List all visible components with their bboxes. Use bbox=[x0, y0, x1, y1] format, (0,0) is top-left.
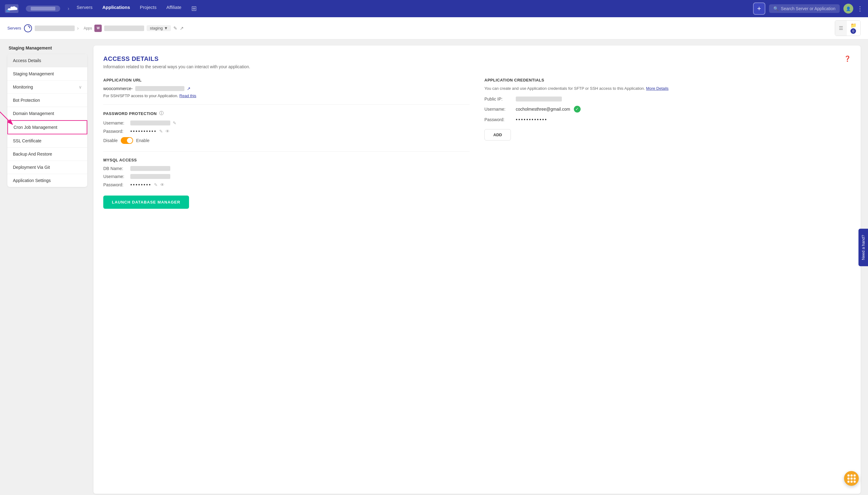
mysql-password-edit-icon[interactable]: ✎ bbox=[154, 182, 158, 187]
more-details-link[interactable]: More Details bbox=[646, 86, 669, 91]
url-bar bbox=[135, 86, 185, 91]
mysql-password-show-icon[interactable]: 👁 bbox=[160, 182, 164, 187]
page-title: ACCESS DETAILS bbox=[103, 55, 250, 63]
mysql-username-label: Username: bbox=[103, 174, 128, 179]
add-button[interactable]: + bbox=[753, 2, 765, 15]
nav-links: Servers Applications Projects Affiliate … bbox=[76, 5, 745, 13]
pw-username-label: Username: bbox=[103, 121, 128, 125]
folder-view-button[interactable]: 📁 0 bbox=[847, 21, 860, 36]
mysql-password-dots: •••••••• bbox=[130, 182, 152, 188]
sidebar-label-deployment-git: Deployment Via Git bbox=[13, 165, 50, 170]
subheader-chevron: › bbox=[77, 25, 79, 31]
servers-label: Servers bbox=[7, 26, 21, 31]
pw-password-edit-icon[interactable]: ✎ bbox=[159, 129, 163, 134]
sidebar-item-access-details[interactable]: Access Details bbox=[7, 54, 87, 67]
pw-password-row: Password: •••••••••• ✎ 👁 bbox=[103, 129, 470, 134]
sidebar-item-cron-job-management[interactable]: Cron Job Management bbox=[7, 120, 87, 134]
mysql-username-bar bbox=[130, 174, 170, 179]
monitoring-chevron-icon: ∨ bbox=[79, 85, 82, 89]
main-container: Staging Management Access Details Stagin… bbox=[0, 39, 868, 495]
sidebar-item-deployment-git[interactable]: Deployment Via Git bbox=[7, 161, 87, 174]
add-credentials-button[interactable]: ADD bbox=[484, 129, 511, 140]
cred-username-label: Username: bbox=[484, 107, 512, 112]
logo-icon bbox=[5, 4, 18, 13]
url-external-link-icon[interactable]: ↗ bbox=[187, 86, 191, 91]
list-view-button[interactable]: ☰ bbox=[835, 21, 847, 36]
sidebar-item-bot-protection[interactable]: Bot Protection bbox=[7, 94, 87, 107]
content-panel: ACCESS DETAILS Information related to th… bbox=[93, 46, 861, 494]
sidebar-item-application-settings[interactable]: Application Settings bbox=[7, 174, 87, 187]
sidebar-label-bot-protection: Bot Protection bbox=[13, 98, 40, 103]
cred-password-dots: •••••••••••• bbox=[516, 117, 548, 122]
help-icon[interactable]: ❓ bbox=[844, 55, 851, 62]
app-env-badge[interactable]: staging ▼ bbox=[146, 25, 171, 31]
mysql-title: MYSQL ACCESS bbox=[103, 158, 470, 162]
chatbot-fab-button[interactable] bbox=[844, 471, 859, 486]
sidebar-item-domain-management[interactable]: Domain Management bbox=[7, 107, 87, 120]
pw-password-dots: •••••••••• bbox=[130, 129, 157, 134]
user-avatar[interactable]: 👤 bbox=[844, 4, 853, 14]
more-options-icon[interactable]: ⋮ bbox=[857, 5, 863, 12]
nav-affiliate[interactable]: Affiliate bbox=[166, 5, 181, 13]
sidebar-label-access-details: Access Details bbox=[13, 58, 41, 63]
sidebar-item-ssl-certificate[interactable]: SSL Certificate bbox=[7, 134, 87, 148]
credentials-title: APPLICATION CREDENTIALS bbox=[484, 78, 851, 82]
app-section: Apps W staging ▼ ✎ ↗ bbox=[84, 24, 184, 32]
password-protection-section: PASSWORD PROTECTION ⓘ Username: ✎ Passwo… bbox=[103, 111, 470, 144]
server-name-placeholder bbox=[31, 7, 55, 11]
sidebar-label-backup-restore: Backup And Restore bbox=[13, 152, 52, 156]
grid-icon[interactable]: ⊞ bbox=[191, 5, 197, 13]
breadcrumb-chevron: › bbox=[68, 6, 69, 11]
sidebar-wrapper: Staging Management Access Details Stagin… bbox=[7, 46, 87, 494]
cred-ip-bar bbox=[516, 97, 562, 101]
top-navigation: › Servers Applications Projects Affiliat… bbox=[0, 0, 868, 17]
edit-icon[interactable]: ✎ bbox=[173, 25, 177, 31]
sidebar-item-backup-restore[interactable]: Backup And Restore bbox=[7, 148, 87, 161]
server-section: Servers › bbox=[7, 24, 79, 33]
sidebar-label-application-settings: Application Settings bbox=[13, 178, 51, 183]
nav-projects[interactable]: Projects bbox=[140, 5, 156, 13]
apps-label: Apps bbox=[84, 26, 92, 31]
pw-password-show-icon[interactable]: 👁 bbox=[166, 129, 170, 134]
sidebar-item-staging-management[interactable]: Staging Management bbox=[7, 67, 87, 81]
mysql-username-row: Username: bbox=[103, 174, 470, 179]
subheader: Servers › Apps W staging ▼ ✎ ↗ ☰ 📁 0 bbox=[0, 17, 868, 39]
disable-label: Disable bbox=[103, 138, 118, 143]
server-breadcrumb[interactable] bbox=[26, 5, 60, 12]
cred-password-row: Password: •••••••••••• bbox=[484, 117, 851, 122]
app-name-bar bbox=[104, 25, 144, 31]
cred-password-label: Password: bbox=[484, 117, 512, 122]
sidebar-label-cron-job-management: Cron Job Management bbox=[14, 125, 57, 130]
nav-right: + 🔍 Search Server or Application 👤 ⋮ bbox=[753, 2, 863, 15]
sidebar-nav: Access Details Staging Management Monito… bbox=[7, 54, 87, 187]
pw-username-bar bbox=[130, 121, 170, 125]
pw-password-label: Password: bbox=[103, 129, 128, 134]
pw-toggle[interactable] bbox=[121, 137, 133, 144]
mysql-password-row: Password: •••••••• ✎ 👁 bbox=[103, 182, 470, 188]
pw-info-icon[interactable]: ⓘ bbox=[159, 111, 164, 116]
launch-database-button[interactable]: LAUNCH DATABASE MANAGER bbox=[103, 195, 189, 209]
svg-rect-2 bbox=[6, 11, 10, 12]
need-hand-button[interactable]: Need a hand? bbox=[858, 229, 868, 266]
pw-toggle-row: Disable Enable bbox=[103, 137, 470, 144]
url-prefix: woocommerce- bbox=[103, 86, 133, 91]
sidebar-label-domain-management: Domain Management bbox=[13, 111, 54, 116]
enable-label: Enable bbox=[136, 138, 150, 143]
divider-2 bbox=[103, 151, 470, 152]
server-name-bar bbox=[35, 25, 75, 31]
sidebar: Staging Management Access Details Stagin… bbox=[7, 46, 87, 187]
chatbot-dots-icon bbox=[847, 474, 856, 483]
search-bar[interactable]: 🔍 Search Server or Application bbox=[769, 4, 840, 13]
logo[interactable] bbox=[5, 4, 18, 13]
external-link-icon[interactable]: ↗ bbox=[180, 25, 184, 31]
nav-servers[interactable]: Servers bbox=[76, 5, 92, 13]
sidebar-item-monitoring[interactable]: Monitoring ∨ bbox=[7, 81, 87, 94]
nav-applications[interactable]: Applications bbox=[102, 5, 130, 13]
credentials-description: You can create and use Application crede… bbox=[484, 85, 851, 91]
content-columns: APPLICATION URL woocommerce- ↗ For SSH/S… bbox=[103, 78, 851, 209]
mysql-password-label: Password: bbox=[103, 182, 128, 187]
pw-username-edit-icon[interactable]: ✎ bbox=[173, 121, 176, 125]
search-placeholder: Search Server or Application bbox=[781, 6, 835, 11]
mysql-dbname-label: DB Name: bbox=[103, 166, 128, 171]
read-this-link[interactable]: Read this bbox=[179, 93, 196, 98]
